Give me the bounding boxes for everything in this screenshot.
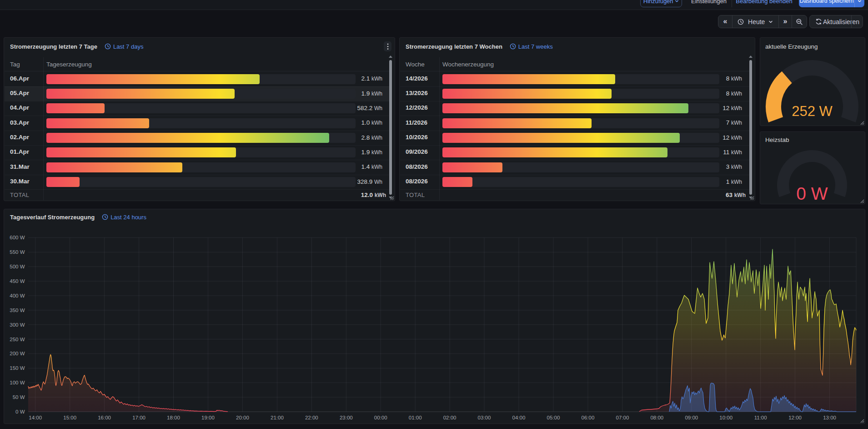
svg-text:252 W: 252 W: [792, 103, 833, 119]
svg-text:18:00: 18:00: [167, 415, 180, 420]
svg-text:16:00: 16:00: [98, 415, 111, 420]
svg-text:13:00: 13:00: [823, 415, 836, 420]
svg-text:19:00: 19:00: [201, 415, 215, 420]
svg-text:07:00: 07:00: [616, 415, 629, 420]
svg-text:550 W: 550 W: [10, 249, 25, 255]
svg-text:14:00: 14:00: [29, 415, 42, 420]
svg-text:02:00: 02:00: [443, 415, 457, 420]
svg-text:150 W: 150 W: [10, 365, 25, 371]
svg-text:450 W: 450 W: [10, 278, 25, 284]
svg-text:50 W: 50 W: [13, 394, 25, 400]
svg-text:09:00: 09:00: [685, 415, 698, 420]
svg-text:400 W: 400 W: [10, 293, 25, 298]
svg-text:300 W: 300 W: [10, 322, 25, 328]
svg-text:17:00: 17:00: [132, 415, 146, 420]
svg-text:01:00: 01:00: [409, 415, 422, 420]
svg-text:500 W: 500 W: [10, 264, 25, 269]
svg-text:22:00: 22:00: [305, 415, 318, 420]
svg-text:15:00: 15:00: [63, 415, 76, 420]
svg-text:250 W: 250 W: [10, 337, 25, 342]
svg-text:08:00: 08:00: [650, 415, 663, 420]
svg-text:100 W: 100 W: [10, 380, 25, 385]
svg-text:21:00: 21:00: [271, 415, 284, 420]
svg-text:600 W: 600 W: [10, 235, 25, 240]
svg-text:00:00: 00:00: [374, 415, 387, 420]
svg-text:200 W: 200 W: [10, 351, 25, 356]
svg-text:20:00: 20:00: [236, 415, 249, 420]
svg-text:10:00: 10:00: [719, 415, 733, 420]
svg-text:350 W: 350 W: [10, 308, 25, 313]
svg-text:06:00: 06:00: [582, 415, 595, 420]
svg-text:03:00: 03:00: [478, 415, 491, 420]
svg-text:0 W: 0 W: [15, 409, 25, 414]
svg-text:23:00: 23:00: [340, 415, 353, 420]
svg-text:0 W: 0 W: [796, 184, 828, 203]
svg-text:12:00: 12:00: [788, 415, 802, 420]
svg-text:04:00: 04:00: [512, 415, 526, 420]
svg-text:11:00: 11:00: [754, 415, 767, 420]
svg-text:05:00: 05:00: [547, 415, 560, 420]
